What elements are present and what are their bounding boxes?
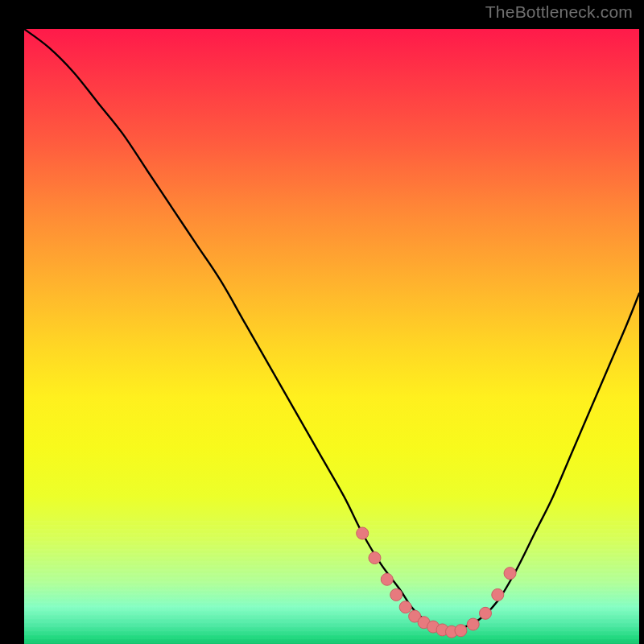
marker-dot	[357, 527, 369, 539]
attribution-label: TheBottleneck.com	[485, 2, 633, 22]
chart-frame	[10, 10, 634, 634]
marker-dot	[467, 618, 479, 630]
marker-dot	[492, 588, 504, 601]
marker-dot	[480, 607, 492, 619]
marker-dot	[390, 588, 402, 601]
bottleneck-curve-line	[24, 29, 639, 632]
chart-svg	[24, 29, 639, 644]
marker-dot	[455, 625, 467, 637]
marker-dot	[369, 552, 381, 564]
plot-area	[24, 29, 639, 644]
marker-dot	[504, 568, 516, 580]
marker-points-group	[357, 527, 516, 638]
marker-dot	[399, 601, 411, 613]
marker-dot	[381, 573, 393, 585]
